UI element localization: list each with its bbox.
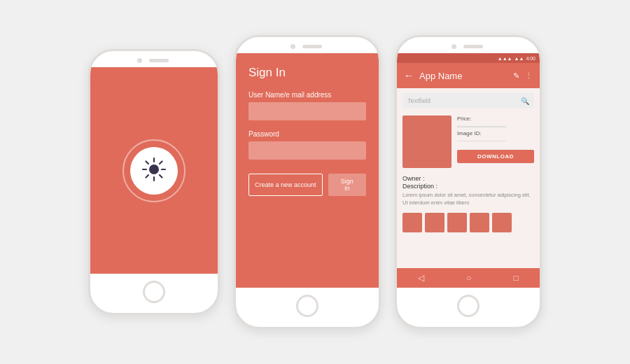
header-icons: ✎ ⋮ xyxy=(513,71,533,80)
nav-home-icon[interactable]: ○ xyxy=(466,273,471,283)
splash-screen xyxy=(90,67,218,274)
username-label: User Name/e mail address xyxy=(248,91,366,99)
status-time: 4:00 xyxy=(526,56,536,61)
front-camera-3 xyxy=(451,44,456,49)
speaker-3 xyxy=(463,45,483,48)
phone-bottom-3 xyxy=(397,288,540,327)
thumbnail-1[interactable] xyxy=(402,213,422,232)
front-camera-1 xyxy=(137,58,142,63)
status-signal: ▲▲▲ xyxy=(498,56,512,61)
product-section: Price: Image ID: DOWNLOAD xyxy=(397,112,540,172)
signin-buttons: Create a new account Sign In xyxy=(248,174,366,196)
app-header: ← App Name ✎ ⋮ xyxy=(397,63,540,88)
thumbnails-row xyxy=(397,209,540,237)
phone-bottom-2 xyxy=(236,288,379,327)
phone-top-1 xyxy=(90,51,218,67)
thumbnail-4[interactable] xyxy=(470,213,489,232)
status-bar: ▲▲▲ ▲▲ 4:00 xyxy=(397,53,540,63)
phone-top-2 xyxy=(236,37,379,53)
desc-text: Lorem ipsum dolor sit amet, consectetur … xyxy=(402,192,534,206)
image-id-label: Image ID: xyxy=(457,130,534,136)
username-input[interactable] xyxy=(248,102,366,120)
create-account-button[interactable]: Create a new account xyxy=(248,174,323,196)
home-button-3[interactable] xyxy=(457,295,479,317)
nav-bar: ◁ ○ □ xyxy=(397,268,540,288)
phone-top-3 xyxy=(397,37,540,53)
svg-line-5 xyxy=(146,161,149,164)
product-image xyxy=(402,115,451,168)
front-camera-2 xyxy=(290,44,295,49)
owner-label: Owner : xyxy=(402,175,534,182)
search-bar[interactable]: Textfield 🔍 xyxy=(402,93,534,108)
phones-container: Sign In User Name/e mail address Passwor… xyxy=(74,21,556,343)
thumbnail-2[interactable] xyxy=(425,213,444,232)
phone-bottom-1 xyxy=(90,274,218,313)
search-placeholder: Textfield xyxy=(407,97,430,104)
product-details: Price: Image ID: DOWNLOAD xyxy=(457,115,534,168)
app-title: App Name xyxy=(419,71,507,81)
download-button[interactable]: DOWNLOAD xyxy=(457,150,534,163)
signin-title: Sign In xyxy=(248,66,366,80)
speaker-1 xyxy=(149,59,169,62)
signin-screen: Sign In User Name/e mail address Passwor… xyxy=(236,53,379,288)
password-input[interactable] xyxy=(248,141,366,160)
info-section: Owner : Description : Lorem ipsum dolor … xyxy=(397,172,540,209)
thumbnail-3[interactable] xyxy=(447,213,467,232)
svg-line-8 xyxy=(146,175,149,178)
search-icon: 🔍 xyxy=(521,97,529,105)
desc-label: Description : xyxy=(402,183,534,190)
speaker-2 xyxy=(302,45,322,48)
svg-line-7 xyxy=(160,161,162,164)
image-id-line xyxy=(457,141,506,142)
price-line xyxy=(457,126,506,127)
more-icon[interactable]: ⋮ xyxy=(525,71,533,80)
nav-recent-icon[interactable]: □ xyxy=(514,273,519,283)
logo-inner-circle xyxy=(130,147,178,195)
phone-signin: Sign In User Name/e mail address Passwor… xyxy=(234,35,381,329)
edit-icon[interactable]: ✎ xyxy=(513,71,519,80)
svg-line-6 xyxy=(160,175,162,178)
app-detail-screen: ▲▲▲ ▲▲ 4:00 ← App Name ✎ ⋮ Textfield 🔍 xyxy=(397,53,540,288)
phone-splash xyxy=(88,49,220,315)
phone-app-detail: ▲▲▲ ▲▲ 4:00 ← App Name ✎ ⋮ Textfield 🔍 xyxy=(395,35,542,329)
svg-point-0 xyxy=(149,164,159,174)
nav-back-icon[interactable]: ◁ xyxy=(418,273,424,283)
logo-outer-ring xyxy=(122,139,186,202)
sun-icon xyxy=(141,157,167,185)
thumbnail-5[interactable] xyxy=(492,213,512,232)
home-button-2[interactable] xyxy=(296,295,318,317)
password-label: Password xyxy=(248,130,366,138)
back-button[interactable]: ← xyxy=(404,70,414,81)
signin-button[interactable]: Sign In xyxy=(328,174,366,196)
status-wifi: ▲▲ xyxy=(514,56,524,61)
home-button-1[interactable] xyxy=(143,281,165,303)
price-label: Price: xyxy=(457,115,534,122)
